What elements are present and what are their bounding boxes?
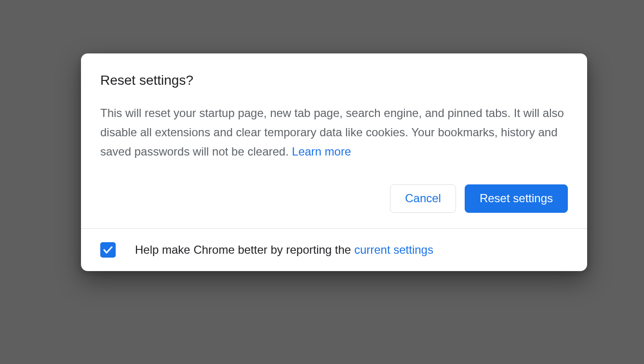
learn-more-link[interactable]: Learn more (292, 145, 351, 158)
dialog-body: This will reset your startup page, new t… (100, 104, 568, 161)
report-settings-label: Help make Chrome better by reporting the… (135, 243, 433, 257)
footer-label-prefix: Help make Chrome better by reporting the (135, 243, 354, 256)
reset-settings-button[interactable]: Reset settings (465, 184, 568, 213)
current-settings-link[interactable]: current settings (354, 243, 433, 256)
dialog-main: Reset settings? This will reset your sta… (81, 53, 587, 228)
check-icon (102, 244, 114, 256)
dialog-footer: Help make Chrome better by reporting the… (81, 228, 587, 271)
dialog-title: Reset settings? (100, 73, 568, 88)
dialog-actions: Cancel Reset settings (100, 184, 568, 213)
report-settings-checkbox[interactable] (100, 242, 116, 258)
reset-settings-dialog: Reset settings? This will reset your sta… (81, 53, 587, 271)
cancel-button[interactable]: Cancel (390, 184, 456, 213)
